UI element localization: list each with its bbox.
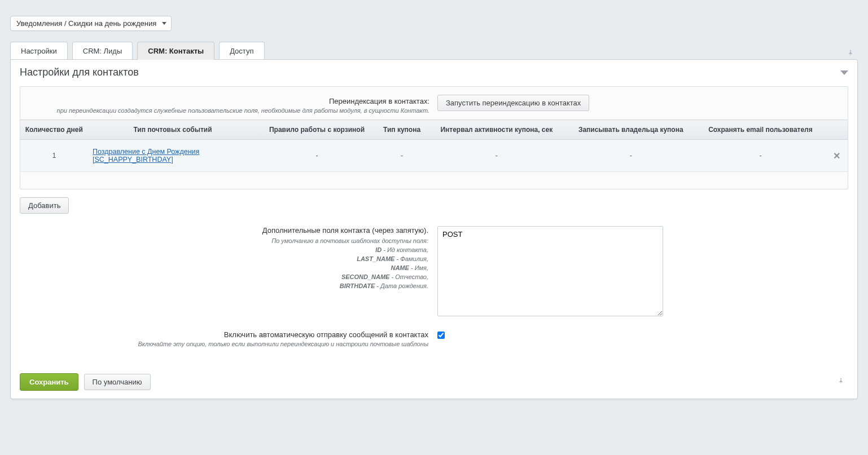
cell-save-email: - xyxy=(696,140,825,172)
auto-send-label-block: Включить автоматическую отправку сообщен… xyxy=(27,330,434,347)
col-coupon-type: Тип купона xyxy=(376,120,427,140)
reindex-label: Переиндексация в контактах: xyxy=(27,97,429,105)
extra-fields-input-wrap xyxy=(434,226,663,318)
col-cart-rule: Правило работы с корзиной xyxy=(257,120,376,140)
col-save-owner: Записывать владельца купона xyxy=(566,120,696,140)
close-icon[interactable]: ✕ xyxy=(833,151,840,161)
table-row: 1 Поздравление с Днем Рождения [SC_HAPPY… xyxy=(20,140,848,172)
tab-label: Доступ xyxy=(230,47,253,55)
save-button[interactable]: Сохранить xyxy=(20,373,78,391)
dropdown-selected-label: Уведомления / Скидки на день рождения xyxy=(16,19,156,28)
auto-send-label: Включить автоматическую отправку сообщен… xyxy=(224,330,428,339)
col-remove xyxy=(825,120,848,140)
tab-label: CRM: Контакты xyxy=(148,47,204,55)
tab-label: CRM: Лиды xyxy=(83,47,122,55)
extra-fields-hint-intro: По умолчанию в почтовых шаблонах доступн… xyxy=(271,237,428,244)
add-button[interactable]: Добавить xyxy=(20,197,69,214)
field-desc: - Отчество, xyxy=(389,273,428,280)
field-desc: - Ид контакта, xyxy=(382,246,428,253)
cell-save-owner: - xyxy=(566,140,696,172)
tab-crm-leads[interactable]: CRM: Лиды xyxy=(72,42,133,60)
field-desc: - Фамилия, xyxy=(394,255,428,262)
reindex-button[interactable]: Запустить переиндексацию в контактах xyxy=(437,95,589,111)
tab-crm-contacts[interactable]: CRM: Контакты xyxy=(137,42,214,60)
panel-header: Настройки для контактов xyxy=(11,60,857,86)
extra-fields-label: Дополнительные поля контакта (через запя… xyxy=(262,226,428,235)
tabs-row: Настройки CRM: Лиды CRM: Контакты Доступ xyxy=(10,41,858,59)
extra-fields-row: Дополнительные поля контакта (через запя… xyxy=(20,223,848,326)
reindex-hint: при переиндексации создадутся служебные … xyxy=(27,107,429,114)
field-key: NAME xyxy=(391,264,409,271)
cell-coupon-type: - xyxy=(376,140,427,172)
defaults-button[interactable]: По умолчанию xyxy=(84,374,151,390)
lower-settings: Дополнительные поля контакта (через запя… xyxy=(20,223,848,357)
event-type-link[interactable]: Поздравление с Днем Рождения [SC_HAPPY_B… xyxy=(93,148,199,164)
tab-settings[interactable]: Настройки xyxy=(10,42,68,60)
tab-label: Настройки xyxy=(21,47,57,55)
extra-fields-label-block: Дополнительные поля контакта (через запя… xyxy=(27,226,434,291)
extra-fields-hint: По умолчанию в почтовых шаблонах доступн… xyxy=(27,237,428,291)
rules-table: Количество дней Тип почтовых событий Пра… xyxy=(20,120,848,172)
extra-fields-textarea[interactable] xyxy=(437,226,663,316)
top-toolbar: Уведомления / Скидки на день рождения xyxy=(10,16,858,31)
col-days: Количество дней xyxy=(20,120,88,140)
inner-frame: Переиндексация в контактах: при переинде… xyxy=(20,86,848,189)
field-desc: - Имя, xyxy=(409,264,428,271)
col-save-email: Сохранять email пользователя xyxy=(696,120,825,140)
rules-table-body: 1 Поздравление с Днем Рождения [SC_HAPPY… xyxy=(20,140,848,172)
pin-icon[interactable] xyxy=(843,49,858,59)
field-key: LAST_NAME xyxy=(357,255,394,262)
cell-event: Поздравление с Днем Рождения [SC_HAPPY_B… xyxy=(88,140,257,172)
auto-send-input-wrap xyxy=(434,330,445,341)
rules-table-head: Количество дней Тип почтовых событий Пра… xyxy=(20,120,848,140)
chevron-down-icon[interactable] xyxy=(840,70,848,75)
panel-title: Настройки для контактов xyxy=(20,67,139,78)
field-key: BIRTHDATE xyxy=(340,282,375,289)
col-event-type: Тип почтовых событий xyxy=(88,120,257,140)
field-desc: - Дата рождения. xyxy=(375,282,428,289)
auto-send-hint: Включайте эту опцию, только если выполни… xyxy=(27,341,428,347)
col-coupon-interval: Интервал активности купона, сек xyxy=(427,120,566,140)
tab-access[interactable]: Доступ xyxy=(219,42,264,60)
settings-panel: Настройки для контактов Переиндексация в… xyxy=(10,59,858,399)
cell-coupon-interval: - xyxy=(427,140,566,172)
add-button-wrap: Добавить xyxy=(20,189,848,223)
pin-icon[interactable] xyxy=(834,377,848,387)
auto-send-checkbox[interactable] xyxy=(437,332,445,339)
panel-body: Переиндексация в контактах: при переинде… xyxy=(11,86,857,366)
cell-days: 1 xyxy=(20,140,88,172)
page-root: Уведомления / Скидки на день рождения На… xyxy=(0,0,868,422)
reindex-button-wrap: Запустить переиндексацию в контактах xyxy=(434,95,589,111)
cell-remove: ✕ xyxy=(825,140,848,172)
field-key: ID xyxy=(375,246,382,253)
footer-bar: Сохранить По умолчанию xyxy=(11,366,857,399)
cell-cart-rule: - xyxy=(257,140,376,172)
field-key: SECOND_NAME xyxy=(341,273,390,280)
reindex-label-block: Переиндексация в контактах: при переинде… xyxy=(27,95,434,114)
auto-send-row: Включить автоматическую отправку сообщен… xyxy=(20,326,848,357)
notification-scope-dropdown[interactable]: Уведомления / Скидки на день рождения xyxy=(10,16,172,31)
chevron-down-icon xyxy=(162,22,166,25)
reindex-row: Переиндексация в контактах: при переинде… xyxy=(20,87,848,120)
